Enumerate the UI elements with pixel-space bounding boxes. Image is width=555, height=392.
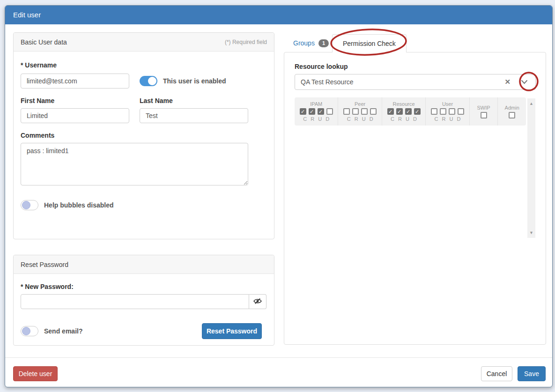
username-label: * Username <box>21 61 267 69</box>
toggle-password-visibility-button[interactable] <box>249 294 266 309</box>
right-region: Groups 1 Permission Check Resource looku… <box>284 34 546 345</box>
permission-column-peer: PeerC R U D <box>338 97 381 126</box>
permission-checkbox[interactable]: ✓ <box>414 108 421 115</box>
permission-checkbox[interactable] <box>326 108 333 115</box>
permission-checkbox[interactable] <box>440 108 446 115</box>
tab-permission-check[interactable]: Permission Check <box>332 34 407 52</box>
permission-column-admin: Admin <box>497 97 526 126</box>
tab-groups[interactable]: Groups 1 <box>293 34 329 52</box>
tab-bar: Groups 1 Permission Check <box>284 34 546 52</box>
first-name-label: First Name <box>21 97 129 104</box>
permission-column-header: SWIP <box>477 105 490 111</box>
reset-password-button[interactable]: Reset Password <box>202 323 262 339</box>
permission-checkbox[interactable]: ✓ <box>387 108 394 115</box>
toggle-knob <box>22 327 30 335</box>
basic-user-data-card: Basic User data (*) Required field * Use… <box>13 32 274 239</box>
permission-checkbox-group <box>431 108 464 115</box>
modal-body: Basic User data (*) Required field * Use… <box>5 24 552 357</box>
user-enabled-label: This user is enabled <box>163 77 226 85</box>
permission-checkbox-group: ✓✓✓ <box>300 108 333 115</box>
permission-checkbox[interactable] <box>361 108 368 115</box>
crud-letters: C R U D <box>303 116 329 122</box>
permission-checkbox[interactable]: ✓ <box>396 108 403 115</box>
permission-column-ipam: IPAM✓✓✓C R U D <box>295 97 338 126</box>
permission-check-panel: Resource lookup QA Test Resource ✕ IPAM✓… <box>284 52 546 345</box>
basic-card-title: Basic User data <box>21 38 67 46</box>
last-name-label: Last Name <box>140 97 173 104</box>
toggle-knob <box>22 201 30 209</box>
user-enabled-toggle[interactable] <box>140 76 157 86</box>
send-email-toggle[interactable] <box>21 326 38 336</box>
permission-column-header: Admin <box>505 105 519 111</box>
permission-results-scroll-area: IPAM✓✓✓C R U DPeerC R U DResource✓✓✓✓C R… <box>295 97 535 238</box>
permission-checkbox[interactable] <box>431 108 437 115</box>
basic-card-body: * Username This user is enabled First Na… <box>14 52 274 217</box>
clear-selection-icon[interactable]: ✕ <box>504 78 511 86</box>
comments-textarea[interactable]: pass : limited1 <box>21 143 248 185</box>
permission-checkbox[interactable] <box>343 108 350 115</box>
first-name-input[interactable] <box>21 108 129 123</box>
toggle-knob <box>148 77 156 85</box>
groups-tab-label: Groups <box>293 39 315 47</box>
crud-letters: C R U D <box>391 116 417 122</box>
permission-column-header: Peer <box>355 101 365 107</box>
groups-count-badge: 1 <box>318 39 329 47</box>
permission-tab-label: Permission Check <box>343 40 396 47</box>
resource-lookup-label: Resource lookup <box>295 63 535 70</box>
reset-card-body: * New Password: <box>14 274 274 346</box>
permission-column-resource: Resource✓✓✓✓C R U D <box>382 97 425 126</box>
permission-checkbox-group <box>509 112 515 118</box>
chevron-down-icon[interactable] <box>521 80 528 84</box>
permission-column-header: User <box>442 101 453 107</box>
permission-checkbox-group <box>343 108 377 115</box>
selected-resource-value: QA Test Resource <box>301 78 504 86</box>
required-field-note: (*) Required field <box>225 39 267 45</box>
permission-checkbox[interactable]: ✓ <box>405 108 412 115</box>
permission-column-header: IPAM <box>310 101 322 107</box>
vertical-scrollbar[interactable]: ▲ ▼ <box>527 98 535 238</box>
basic-card-header: Basic User data (*) Required field <box>14 33 274 52</box>
resource-lookup-select[interactable]: QA Test Resource ✕ <box>295 74 536 90</box>
permission-checkbox-group <box>481 112 487 118</box>
permission-checkbox-group: ✓✓✓✓ <box>387 108 421 115</box>
crud-letters: C R U D <box>347 116 373 122</box>
permission-checkbox[interactable]: ✓ <box>309 108 315 115</box>
help-bubbles-toggle[interactable] <box>21 200 38 210</box>
permission-checkbox[interactable]: ✓ <box>300 108 306 115</box>
delete-user-button[interactable]: Delete user <box>13 366 58 381</box>
help-bubbles-label: Help bubbles disabled <box>44 201 114 209</box>
last-name-input[interactable] <box>140 108 248 123</box>
permission-row: IPAM✓✓✓C R U DPeerC R U DResource✓✓✓✓C R… <box>295 97 526 126</box>
scroll-up-icon[interactable]: ▲ <box>529 98 533 109</box>
reset-card-title: Reset Password <box>21 261 68 268</box>
modal-footer: Delete user Cancel Save <box>5 357 552 387</box>
cancel-button[interactable]: Cancel <box>481 366 512 381</box>
permission-checkbox[interactable] <box>509 112 515 118</box>
reset-password-card: Reset Password * New Password: <box>13 255 274 346</box>
eye-off-icon <box>253 298 262 306</box>
permission-checkbox[interactable] <box>458 108 464 115</box>
edit-user-modal: Edit user Basic User data (*) Required f… <box>5 5 553 387</box>
username-input[interactable] <box>21 74 129 89</box>
scroll-down-icon[interactable]: ▼ <box>529 228 533 238</box>
new-password-label: * New Password: <box>21 283 267 290</box>
permission-checkbox[interactable]: ✓ <box>318 108 324 115</box>
permission-checkbox[interactable] <box>352 108 359 115</box>
crud-letters: C R U D <box>435 116 461 122</box>
permission-checkbox[interactable] <box>370 108 377 115</box>
save-button[interactable]: Save <box>518 366 546 381</box>
permission-column-header: Resource <box>393 101 415 107</box>
send-email-label: Send email? <box>44 327 82 335</box>
reset-card-header: Reset Password <box>14 255 274 274</box>
modal-title: Edit user <box>13 11 41 19</box>
new-password-input[interactable] <box>21 294 249 309</box>
permission-checkbox[interactable] <box>481 112 487 118</box>
comments-label: Comments <box>21 132 267 139</box>
modal-header: Edit user <box>5 6 552 24</box>
permission-column-user: UserC R U D <box>425 97 469 126</box>
permission-checkbox[interactable] <box>449 108 455 115</box>
permission-column-swip: SWIP <box>469 97 498 126</box>
